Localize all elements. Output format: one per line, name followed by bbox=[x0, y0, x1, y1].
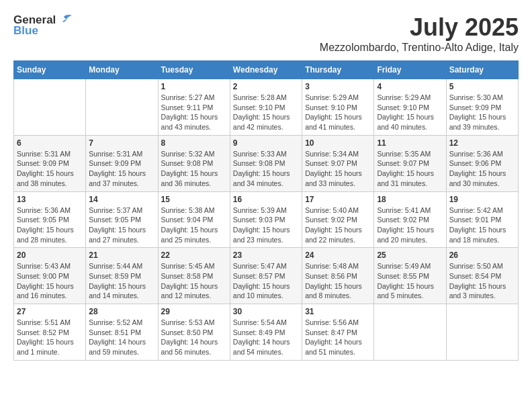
day-number: 7 bbox=[89, 138, 154, 148]
weekday-header-friday: Friday bbox=[374, 61, 446, 79]
day-info: Sunrise: 5:38 AM Sunset: 9:04 PM Dayligh… bbox=[161, 205, 227, 245]
day-info: Sunrise: 5:53 AM Sunset: 8:50 PM Dayligh… bbox=[161, 318, 227, 357]
calendar-week-row: 6Sunrise: 5:31 AM Sunset: 9:09 PM Daylig… bbox=[14, 135, 519, 191]
day-info: Sunrise: 5:29 AM Sunset: 9:10 PM Dayligh… bbox=[305, 93, 371, 132]
day-info: Sunrise: 5:41 AM Sunset: 9:02 PM Dayligh… bbox=[377, 205, 443, 245]
day-number: 5 bbox=[449, 82, 515, 91]
calendar-cell: 25Sunrise: 5:49 AM Sunset: 8:55 PM Dayli… bbox=[374, 248, 446, 304]
day-info: Sunrise: 5:47 AM Sunset: 8:57 PM Dayligh… bbox=[233, 261, 299, 301]
day-number: 26 bbox=[449, 250, 515, 260]
day-number: 3 bbox=[305, 82, 371, 91]
calendar-cell: 2Sunrise: 5:28 AM Sunset: 9:10 PM Daylig… bbox=[230, 79, 302, 136]
calendar-cell: 26Sunrise: 5:50 AM Sunset: 8:54 PM Dayli… bbox=[446, 248, 518, 304]
calendar-cell: 29Sunrise: 5:53 AM Sunset: 8:50 PM Dayli… bbox=[158, 304, 230, 361]
day-info: Sunrise: 5:32 AM Sunset: 9:08 PM Dayligh… bbox=[161, 149, 227, 189]
month-title: July 2025 bbox=[320, 13, 519, 42]
page-header: General Blue July 2025 Mezzolombardo, Tr… bbox=[13, 13, 519, 54]
day-info: Sunrise: 5:34 AM Sunset: 9:07 PM Dayligh… bbox=[305, 149, 371, 189]
calendar-cell bbox=[374, 304, 446, 361]
weekday-header-row: SundayMondayTuesdayWednesdayThursdayFrid… bbox=[14, 61, 519, 79]
day-number: 12 bbox=[449, 138, 515, 148]
calendar-cell: 6Sunrise: 5:31 AM Sunset: 9:09 PM Daylig… bbox=[14, 135, 86, 191]
day-info: Sunrise: 5:44 AM Sunset: 8:59 PM Dayligh… bbox=[89, 261, 154, 301]
day-number: 31 bbox=[305, 307, 371, 316]
day-number: 28 bbox=[89, 307, 154, 316]
calendar-cell bbox=[446, 304, 518, 361]
day-number: 18 bbox=[377, 195, 443, 204]
day-info: Sunrise: 5:35 AM Sunset: 9:07 PM Dayligh… bbox=[377, 149, 443, 189]
calendar-cell: 30Sunrise: 5:54 AM Sunset: 8:49 PM Dayli… bbox=[230, 304, 302, 361]
weekday-header-sunday: Sunday bbox=[14, 61, 86, 79]
calendar-week-row: 13Sunrise: 5:36 AM Sunset: 9:05 PM Dayli… bbox=[14, 191, 519, 248]
day-number: 14 bbox=[89, 195, 154, 204]
day-info: Sunrise: 5:52 AM Sunset: 8:51 PM Dayligh… bbox=[89, 318, 154, 357]
day-info: Sunrise: 5:36 AM Sunset: 9:05 PM Dayligh… bbox=[17, 205, 83, 245]
day-number: 15 bbox=[161, 195, 227, 204]
day-info: Sunrise: 5:54 AM Sunset: 8:49 PM Dayligh… bbox=[233, 318, 299, 357]
day-number: 2 bbox=[233, 82, 299, 91]
calendar-cell: 19Sunrise: 5:42 AM Sunset: 9:01 PM Dayli… bbox=[446, 191, 518, 248]
calendar-body: 1Sunrise: 5:27 AM Sunset: 9:11 PM Daylig… bbox=[14, 79, 519, 361]
calendar-cell: 23Sunrise: 5:47 AM Sunset: 8:57 PM Dayli… bbox=[230, 248, 302, 304]
location-subtitle: Mezzolombardo, Trentino-Alto Adige, Ital… bbox=[320, 42, 519, 54]
day-number: 9 bbox=[233, 138, 299, 148]
weekday-header-thursday: Thursday bbox=[302, 61, 374, 79]
day-number: 4 bbox=[377, 82, 443, 91]
weekday-header-saturday: Saturday bbox=[446, 61, 518, 79]
day-info: Sunrise: 5:51 AM Sunset: 8:52 PM Dayligh… bbox=[17, 318, 83, 357]
calendar-cell: 14Sunrise: 5:37 AM Sunset: 9:05 PM Dayli… bbox=[86, 191, 158, 248]
calendar-week-row: 20Sunrise: 5:43 AM Sunset: 9:00 PM Dayli… bbox=[14, 248, 519, 304]
day-info: Sunrise: 5:33 AM Sunset: 9:08 PM Dayligh… bbox=[233, 149, 299, 189]
day-number: 22 bbox=[161, 250, 227, 260]
logo-blue-text: Blue bbox=[13, 24, 38, 38]
calendar-cell: 16Sunrise: 5:39 AM Sunset: 9:03 PM Dayli… bbox=[230, 191, 302, 248]
day-info: Sunrise: 5:56 AM Sunset: 8:47 PM Dayligh… bbox=[305, 318, 371, 357]
day-info: Sunrise: 5:27 AM Sunset: 9:11 PM Dayligh… bbox=[161, 93, 227, 132]
day-number: 1 bbox=[161, 82, 227, 91]
calendar-cell: 15Sunrise: 5:38 AM Sunset: 9:04 PM Dayli… bbox=[158, 191, 230, 248]
day-info: Sunrise: 5:31 AM Sunset: 9:09 PM Dayligh… bbox=[17, 149, 83, 189]
day-number: 29 bbox=[161, 307, 227, 316]
calendar-cell: 13Sunrise: 5:36 AM Sunset: 9:05 PM Dayli… bbox=[14, 191, 86, 248]
calendar-cell: 24Sunrise: 5:48 AM Sunset: 8:56 PM Dayli… bbox=[302, 248, 374, 304]
calendar-cell: 18Sunrise: 5:41 AM Sunset: 9:02 PM Dayli… bbox=[374, 191, 446, 248]
calendar-cell bbox=[14, 79, 86, 136]
day-number: 16 bbox=[233, 195, 299, 204]
calendar-cell: 20Sunrise: 5:43 AM Sunset: 9:00 PM Dayli… bbox=[14, 248, 86, 304]
day-number: 6 bbox=[17, 138, 83, 148]
day-info: Sunrise: 5:50 AM Sunset: 8:54 PM Dayligh… bbox=[449, 261, 515, 301]
day-info: Sunrise: 5:39 AM Sunset: 9:03 PM Dayligh… bbox=[233, 205, 299, 245]
weekday-header-tuesday: Tuesday bbox=[158, 61, 230, 79]
weekday-header-monday: Monday bbox=[86, 61, 158, 79]
logo: General Blue bbox=[13, 13, 72, 38]
day-info: Sunrise: 5:43 AM Sunset: 9:00 PM Dayligh… bbox=[17, 261, 83, 301]
calendar-cell: 31Sunrise: 5:56 AM Sunset: 8:47 PM Dayli… bbox=[302, 304, 374, 361]
calendar-cell: 4Sunrise: 5:29 AM Sunset: 9:10 PM Daylig… bbox=[374, 79, 446, 136]
calendar-cell: 12Sunrise: 5:36 AM Sunset: 9:06 PM Dayli… bbox=[446, 135, 518, 191]
day-number: 8 bbox=[161, 138, 227, 148]
calendar-cell: 9Sunrise: 5:33 AM Sunset: 9:08 PM Daylig… bbox=[230, 135, 302, 191]
day-info: Sunrise: 5:29 AM Sunset: 9:10 PM Dayligh… bbox=[377, 93, 443, 132]
calendar-cell: 22Sunrise: 5:45 AM Sunset: 8:58 PM Dayli… bbox=[158, 248, 230, 304]
calendar-table: SundayMondayTuesdayWednesdayThursdayFrid… bbox=[13, 60, 519, 361]
day-number: 13 bbox=[17, 195, 83, 204]
day-info: Sunrise: 5:45 AM Sunset: 8:58 PM Dayligh… bbox=[161, 261, 227, 301]
day-number: 19 bbox=[449, 195, 515, 204]
calendar-cell: 5Sunrise: 5:30 AM Sunset: 9:09 PM Daylig… bbox=[446, 79, 518, 136]
day-info: Sunrise: 5:36 AM Sunset: 9:06 PM Dayligh… bbox=[449, 149, 515, 189]
calendar-cell: 8Sunrise: 5:32 AM Sunset: 9:08 PM Daylig… bbox=[158, 135, 230, 191]
title-area: July 2025 Mezzolombardo, Trentino-Alto A… bbox=[320, 13, 519, 54]
day-number: 27 bbox=[17, 307, 83, 316]
weekday-header-wednesday: Wednesday bbox=[230, 61, 302, 79]
day-number: 23 bbox=[233, 250, 299, 260]
calendar-cell: 11Sunrise: 5:35 AM Sunset: 9:07 PM Dayli… bbox=[374, 135, 446, 191]
day-info: Sunrise: 5:49 AM Sunset: 8:55 PM Dayligh… bbox=[377, 261, 443, 301]
calendar-cell: 3Sunrise: 5:29 AM Sunset: 9:10 PM Daylig… bbox=[302, 79, 374, 136]
day-number: 10 bbox=[305, 138, 371, 148]
calendar-header: SundayMondayTuesdayWednesdayThursdayFrid… bbox=[14, 61, 519, 79]
day-info: Sunrise: 5:28 AM Sunset: 9:10 PM Dayligh… bbox=[233, 93, 299, 132]
calendar-cell: 21Sunrise: 5:44 AM Sunset: 8:59 PM Dayli… bbox=[86, 248, 158, 304]
day-number: 20 bbox=[17, 250, 83, 260]
calendar-cell: 1Sunrise: 5:27 AM Sunset: 9:11 PM Daylig… bbox=[158, 79, 230, 136]
calendar-week-row: 27Sunrise: 5:51 AM Sunset: 8:52 PM Dayli… bbox=[14, 304, 519, 361]
